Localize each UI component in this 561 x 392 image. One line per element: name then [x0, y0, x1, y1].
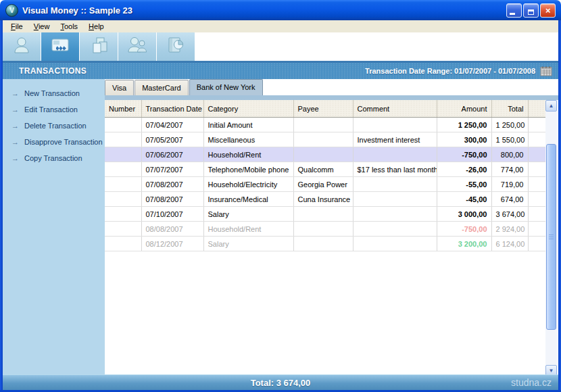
menu-item-file[interactable]: File [5, 22, 28, 31]
arrow-icon: → [11, 155, 19, 162]
column-header-category[interactable]: Category [203, 100, 293, 118]
vertical-scrollbar[interactable]: ▲ ▼ [545, 100, 557, 376]
table-header-row: NumberTransaction DateCategoryPayeeComme… [105, 100, 545, 118]
maximize-icon [528, 9, 534, 15]
date-range-label: Transaction Date Range: 01/07/2007 - 01/… [365, 67, 535, 75]
cell-date: 08/08/2007 [141, 222, 203, 237]
cell-filler [528, 207, 545, 222]
cell-payee [293, 207, 353, 222]
cell-date: 07/10/2007 [141, 207, 203, 222]
cell-date: 07/08/2007 [141, 192, 203, 207]
table-row[interactable]: 07/05/2007MiscellaneousInvestment intere… [105, 132, 545, 147]
toolbar-transactions-button[interactable] [41, 32, 79, 61]
cell-total: 6 124,00 [491, 237, 528, 251]
cell-total: 674,00 [491, 192, 528, 207]
person-icon [11, 35, 32, 58]
arrow-icon: → [11, 106, 19, 114]
column-header-comment[interactable]: Comment [353, 100, 437, 118]
cell-amount: 3 200,00 [437, 237, 491, 251]
sidebar-item-copy-transaction[interactable]: →Copy Transaction [3, 150, 105, 166]
sidebar: →New Transaction→Edit Transaction→Delete… [3, 79, 105, 374]
table-row[interactable]: 07/08/2007Insurance/MedicalCuna Insuranc… [105, 192, 545, 207]
minimize-icon [510, 13, 515, 15]
toolbar-payees-button[interactable] [118, 32, 156, 61]
toolbar-reports-button[interactable] [157, 32, 195, 61]
sidebar-item-delete-transaction[interactable]: →Delete Transaction [3, 118, 105, 134]
table-row[interactable]: 07/07/2007Telephone/Mobile phoneQualcomm… [105, 162, 545, 177]
cell-date: 08/12/2007 [141, 237, 203, 251]
cell-number [105, 222, 141, 237]
table-row[interactable]: 07/10/2007Salary3 000,003 674,00 [105, 207, 545, 222]
cell-amount: -750,00 [437, 147, 491, 162]
cell-total: 1 250,00 [491, 118, 528, 132]
title-bar: V Visual Money :: Sample 23 × [0, 0, 561, 20]
sidebar-item-edit-transaction[interactable]: →Edit Transaction [3, 101, 105, 118]
table-row[interactable]: 08/08/2007Household/Rent-750,002 924,00 [105, 222, 545, 237]
column-header-total[interactable]: Total [491, 100, 528, 118]
close-button[interactable]: × [540, 3, 556, 18]
cell-date: 07/04/2007 [141, 118, 203, 132]
cell-comment [353, 237, 437, 251]
tab-bank-of-new-york[interactable]: Bank of New York [189, 79, 263, 95]
maximize-button[interactable] [523, 3, 539, 18]
cell-amount: -45,00 [437, 192, 491, 207]
cell-amount: -55,00 [437, 177, 491, 192]
cell-filler [528, 147, 545, 162]
scroll-up-button[interactable]: ▲ [545, 100, 557, 112]
table-row[interactable]: 07/06/2007Household/Rent-750,00800,00 [105, 147, 545, 162]
cell-date: 07/08/2007 [141, 177, 203, 192]
app-logo-icon: V [5, 4, 18, 17]
cell-comment: $17 less than last month [353, 162, 437, 177]
people-icon [126, 35, 148, 58]
cell-payee: Georgia Power [293, 177, 353, 192]
section-header: TRANSACTIONS Transaction Date Range: 01/… [3, 63, 558, 79]
sidebar-item-disapprove-transaction[interactable]: →Disapprove Transaction [3, 134, 105, 150]
table-row[interactable]: 07/08/2007Household/ElectricityGeorgia P… [105, 177, 545, 192]
arrow-icon: → [11, 90, 19, 97]
column-header-number[interactable]: Number [105, 100, 141, 118]
column-header-payee[interactable]: Payee [293, 100, 353, 118]
window-border-right [558, 20, 561, 392]
arrow-icon: → [11, 139, 19, 146]
card-arrows-icon [49, 35, 71, 58]
cell-payee [293, 222, 353, 237]
calendar-icon[interactable] [540, 66, 553, 76]
cell-number [105, 132, 141, 147]
toolbar-documents-button[interactable] [80, 32, 118, 61]
cell-number [105, 177, 141, 192]
status-bar: Total: 3 674,00 studna.cz [3, 374, 558, 390]
menu-item-view[interactable]: View [28, 22, 55, 31]
tab-mastercard[interactable]: MasterCard [135, 80, 188, 95]
date-range: Transaction Date Range: 01/07/2007 - 01/… [365, 66, 553, 76]
cell-comment [353, 147, 437, 162]
cell-comment [353, 207, 437, 222]
cell-date: 07/07/2007 [141, 162, 203, 177]
cell-total: 800,00 [491, 147, 528, 162]
cell-number [105, 118, 141, 132]
menu-item-help[interactable]: Help [83, 22, 109, 31]
scrollbar-thumb[interactable] [546, 144, 556, 330]
cell-payee [293, 147, 353, 162]
column-header-transaction-date[interactable]: Transaction Date [141, 100, 203, 118]
cell-category: Household/Electricity [203, 177, 293, 192]
section-title: TRANSACTIONS [19, 66, 87, 76]
cell-filler [528, 237, 545, 251]
cell-number [105, 162, 141, 177]
sidebar-item-label: Copy Transaction [24, 154, 82, 162]
minimize-button[interactable] [506, 3, 522, 18]
sidebar-item-label: Disapprove Transaction [24, 138, 103, 146]
cell-payee [293, 118, 353, 132]
sidebar-item-new-transaction[interactable]: →New Transaction [3, 85, 105, 101]
tab-visa[interactable]: Visa [105, 80, 134, 95]
cell-date: 07/06/2007 [141, 147, 203, 162]
toolbar [3, 32, 558, 61]
table-row[interactable]: 08/12/2007Salary3 200,006 124,00 [105, 237, 545, 251]
app-window: V Visual Money :: Sample 23 × FileViewTo… [0, 0, 561, 392]
menu-item-tools[interactable]: Tools [55, 22, 83, 31]
cell-category: Insurance/Medical [203, 192, 293, 207]
toolbar-accounts-button[interactable] [3, 32, 41, 61]
column-header-amount[interactable]: Amount [437, 100, 491, 118]
table-row[interactable]: 07/04/2007Initial Amount1 250,001 250,00 [105, 118, 545, 132]
cell-comment [353, 118, 437, 132]
cell-payee [293, 237, 353, 251]
